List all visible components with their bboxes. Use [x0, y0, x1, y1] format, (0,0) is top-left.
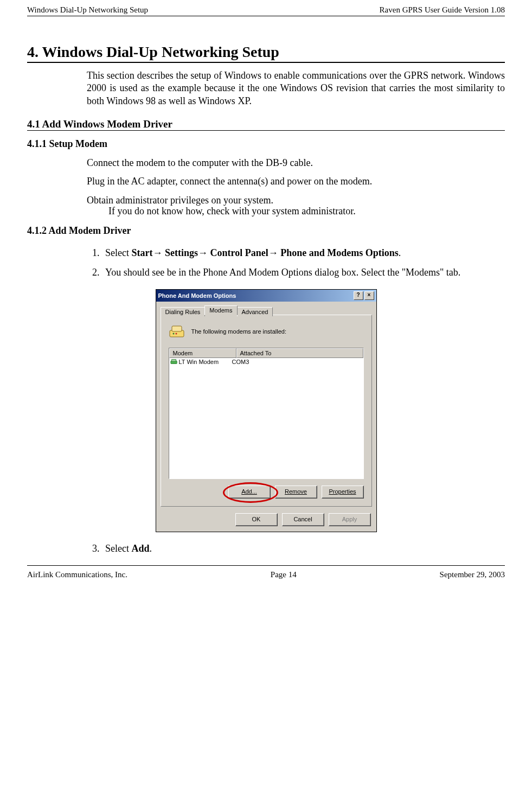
dialog-footer-buttons: OK Cancel Apply — [156, 511, 376, 532]
svg-rect-1 — [172, 326, 182, 331]
text: . — [399, 247, 401, 258]
header-rule — [27, 16, 505, 16]
header-left: Windows Dial-Up Networking Setup — [27, 5, 148, 15]
section-title: 4. Windows Dial-Up Networking Setup — [27, 43, 505, 61]
tab-strip: Dialing Rules Modems Advanced — [156, 302, 376, 315]
paragraph: Connect the modem to the computer with t… — [87, 156, 505, 169]
numbered-list-continued: Select Add. — [87, 542, 505, 555]
bold-text: Control Panel — [208, 247, 268, 258]
numbered-list: Select Start→ Settings→ Control Panel→ P… — [87, 246, 505, 279]
list-row[interactable]: LT Win Modem COM3 — [169, 358, 363, 366]
dialog-titlebar: Phone And Modem Options ? × — [156, 290, 376, 302]
svg-point-2 — [172, 333, 174, 334]
help-button[interactable]: ? — [354, 291, 363, 300]
text: Select — [105, 247, 131, 258]
bold-text: Add — [131, 543, 149, 554]
arrow-icon: → — [198, 247, 208, 258]
footer-left: AirLink Communications, Inc. — [27, 570, 127, 579]
column-attached-to[interactable]: Attached To — [236, 348, 363, 358]
dialog-title: Phone And Modem Options — [158, 292, 236, 299]
subsection-rule — [27, 130, 505, 131]
modem-port: COM3 — [232, 359, 362, 365]
subsection-4-1-2-title: 4.1.2 Add Modem Driver — [27, 225, 505, 237]
list-header: Modem Attached To — [169, 348, 363, 358]
list-item: You should see be in the Phone And Modem… — [102, 266, 505, 279]
svg-rect-5 — [171, 359, 176, 361]
close-button[interactable]: × — [364, 291, 374, 300]
dialog-screenshot: Phone And Modem Options ? × Dialing Rule… — [27, 289, 505, 532]
subsection-4-1-title: 4.1 Add Windows Modem Driver — [27, 118, 505, 130]
modem-name: LT Win Modem — [179, 359, 219, 365]
tab-modems[interactable]: Modems — [204, 305, 237, 315]
tab-dialing-rules[interactable]: Dialing Rules — [161, 307, 206, 316]
modem-list[interactable]: Modem Attached To LT Win Modem COM3 — [169, 348, 364, 479]
page-header: Windows Dial-Up Networking Setup Raven G… — [27, 5, 505, 16]
footer-rule — [27, 565, 505, 566]
section-intro: This section describes the setup of Wind… — [87, 69, 505, 107]
text: . — [150, 543, 152, 554]
subsection-4-1-1-title: 4.1.1 Setup Modem — [27, 138, 505, 150]
bold-text: Settings — [162, 247, 198, 258]
modem-item-icon — [170, 359, 178, 365]
paragraph: Plug in the AC adapter, connect the ante… — [87, 175, 505, 188]
text: Select — [105, 543, 131, 554]
properties-button[interactable]: Properties — [322, 486, 364, 499]
installed-modems-label: The following modems are installed: — [191, 328, 286, 335]
section-rule — [27, 62, 505, 63]
tab-advanced[interactable]: Advanced — [237, 307, 273, 316]
add-button[interactable]: Add... — [228, 486, 271, 499]
tab-panel: The following modems are installed: Mode… — [161, 315, 372, 507]
header-right: Raven GPRS User Guide Version 1.08 — [380, 5, 505, 15]
bold-text: Phone and Modems Options — [278, 247, 399, 258]
footer-center: Page 14 — [271, 570, 297, 579]
page-footer: AirLink Communications, Inc. Page 14 Sep… — [27, 568, 505, 579]
modem-icon — [169, 323, 186, 340]
remove-button[interactable]: Remove — [275, 486, 317, 499]
bold-text: Start — [131, 247, 152, 258]
footer-right: September 29, 2003 — [440, 570, 505, 579]
ok-button[interactable]: OK — [235, 513, 278, 526]
list-item: Select Add. — [102, 542, 505, 555]
apply-button[interactable]: Apply — [329, 513, 371, 526]
cancel-button[interactable]: Cancel — [282, 513, 324, 526]
paragraph-sub: If you do not know how, check with your … — [108, 205, 505, 218]
arrow-icon: → — [268, 247, 278, 258]
column-modem[interactable]: Modem — [169, 348, 236, 358]
phone-modem-options-dialog: Phone And Modem Options ? × Dialing Rule… — [156, 289, 377, 532]
list-item: Select Start→ Settings→ Control Panel→ P… — [102, 246, 505, 260]
arrow-icon: → — [152, 247, 162, 258]
svg-point-3 — [175, 333, 177, 334]
